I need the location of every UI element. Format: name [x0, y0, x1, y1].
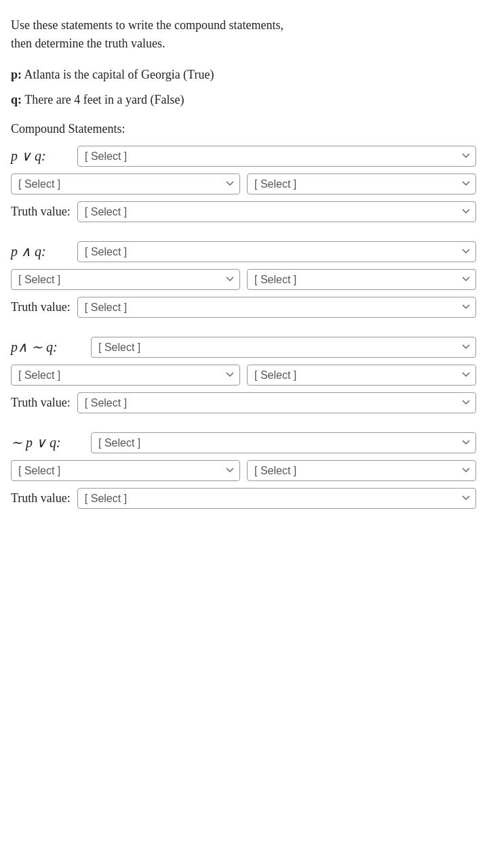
block-paq: p ∧ q: [ Select ] p ∨ q p ∧ q ~p ∨ q p ∧… — [11, 241, 476, 318]
pvq-main-select[interactable]: [ Select ] p ∨ q p ∧ q ~p ∨ q p ∧ ~q — [77, 146, 476, 167]
block-panq-truth-row: Truth value: [ Select ] True False — [11, 392, 476, 413]
panq-right-select[interactable]: [ Select ] True False — [247, 365, 476, 386]
block-paq-truth-row: Truth value: [ Select ] True False — [11, 297, 476, 318]
block-pvq-double-row: [ Select ] True False [ Select ] True Fa… — [11, 173, 476, 194]
block-paq-double-row: [ Select ] True False [ Select ] True Fa… — [11, 269, 476, 290]
block-panq-label: p∧ ∼ q: — [11, 339, 85, 355]
npvq-truth-select[interactable]: [ Select ] True False — [77, 488, 476, 509]
npvq-right-select[interactable]: [ Select ] True False — [247, 460, 476, 481]
pvq-left-select[interactable]: [ Select ] True False — [11, 173, 240, 194]
block-paq-main-row: p ∧ q: [ Select ] p ∨ q p ∧ q ~p ∨ q p ∧… — [11, 241, 476, 262]
paq-left-select[interactable]: [ Select ] True False — [11, 269, 240, 290]
intro-text: Use these statements to write the compou… — [11, 16, 476, 53]
block-pvq-main-row: p ∨ q: [ Select ] p ∨ q p ∧ q ~p ∨ q p ∧… — [11, 146, 476, 167]
block-pvq-truth-row: Truth value: [ Select ] True False — [11, 201, 476, 222]
block-npvq-truth-row: Truth value: [ Select ] True False — [11, 488, 476, 509]
q-statement: q: There are 4 feet in a yard (False) — [11, 90, 476, 110]
p-statement: p: Atlanta is the capital of Georgia (Tr… — [11, 65, 476, 85]
block-panq-truth-label: Truth value: — [11, 396, 71, 410]
block-pvq-label: p ∨ q: — [11, 148, 72, 164]
paq-truth-select[interactable]: [ Select ] True False — [77, 297, 476, 318]
section-title: Compound Statements: — [11, 122, 476, 136]
block-panq-double-row: [ Select ] True False [ Select ] True Fa… — [11, 365, 476, 386]
block-panq: p∧ ∼ q: [ Select ] p ∨ q p ∧ q ~p ∨ q p … — [11, 337, 476, 413]
paq-right-select[interactable]: [ Select ] True False — [247, 269, 476, 290]
npvq-main-select[interactable]: [ Select ] p ∨ q p ∧ q ~p ∨ q p ∧ ~q — [91, 432, 476, 453]
panq-main-select[interactable]: [ Select ] p ∨ q p ∧ q ~p ∨ q p ∧ ~q — [91, 337, 476, 358]
block-npvq-label: ∼ p ∨ q: — [11, 434, 85, 451]
panq-truth-select[interactable]: [ Select ] True False — [77, 392, 476, 413]
block-pvq-truth-label: Truth value: — [11, 205, 71, 219]
block-npvq-double-row: [ Select ] True False [ Select ] True Fa… — [11, 460, 476, 481]
block-npvq-truth-label: Truth value: — [11, 491, 71, 505]
block-pvq: p ∨ q: [ Select ] p ∨ q p ∧ q ~p ∨ q p ∧… — [11, 146, 476, 222]
block-paq-truth-label: Truth value: — [11, 300, 71, 314]
block-npvq: ∼ p ∨ q: [ Select ] p ∨ q p ∧ q ~p ∨ q p… — [11, 432, 476, 509]
block-paq-label: p ∧ q: — [11, 243, 72, 260]
panq-left-select[interactable]: [ Select ] True False — [11, 365, 240, 386]
pvq-right-select[interactable]: [ Select ] True False — [247, 173, 476, 194]
pvq-truth-select[interactable]: [ Select ] True False — [77, 201, 476, 222]
block-npvq-main-row: ∼ p ∨ q: [ Select ] p ∨ q p ∧ q ~p ∨ q p… — [11, 432, 476, 453]
npvq-left-select[interactable]: [ Select ] True False — [11, 460, 240, 481]
paq-main-select[interactable]: [ Select ] p ∨ q p ∧ q ~p ∨ q p ∧ ~q — [77, 241, 476, 262]
block-panq-main-row: p∧ ∼ q: [ Select ] p ∨ q p ∧ q ~p ∨ q p … — [11, 337, 476, 358]
